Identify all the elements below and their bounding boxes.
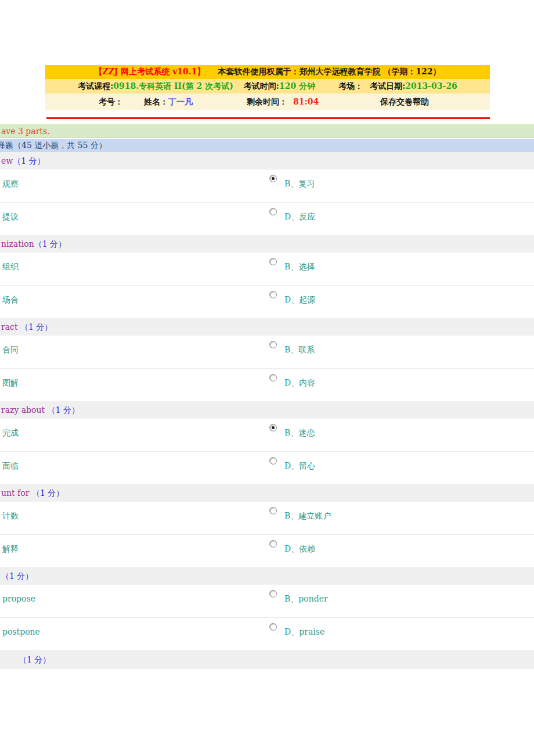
remaining-time-group: 剩余时间：81:04 [247, 93, 319, 110]
option-row: propose B、ponder [0, 585, 534, 617]
option-left-text: 提议 [2, 212, 19, 222]
option-row: 观察 B、复习 [0, 170, 534, 202]
radio-button[interactable] [269, 374, 277, 381]
option-right-label: D、留心 [284, 461, 315, 471]
option-left-text: 面临 [2, 461, 19, 471]
exam-date-label: 考试日期: [370, 81, 405, 91]
name-label: 姓名： [144, 97, 168, 106]
option-right-label: B、建立账户 [284, 511, 331, 521]
option-right-label: B、复习 [284, 179, 315, 189]
question-score: （1 分） [1, 571, 33, 581]
option-right-label: B、选择 [284, 262, 315, 272]
radio-button[interactable] [269, 623, 277, 631]
question-header: （1 分） [0, 650, 534, 669]
option-left-text: 计数 [2, 511, 19, 521]
question-score: （1 分） [20, 322, 52, 332]
header-actions: 保存交卷帮助 [380, 93, 429, 110]
radio-button[interactable] [269, 341, 277, 348]
radio-button[interactable] [269, 540, 277, 548]
radio-button[interactable] [269, 208, 277, 215]
remaining-time-value: 81:04 [293, 97, 319, 106]
submit-paper-button[interactable]: 交卷 [396, 97, 413, 106]
question-block: ew（1 分） 观察 B、复习 提议 D、反应 [0, 152, 534, 235]
radio-button[interactable] [269, 175, 277, 182]
option-left-text: 解释 [2, 544, 19, 555]
question-score: （1 分） [32, 488, 64, 498]
option-right-label: B、迷恋 [284, 428, 315, 438]
header-course-row: 考试课程:0918.专科英语 II(第 2 次考试) 考试时间:120 分钟 考… [45, 79, 490, 93]
radio-button[interactable] [269, 457, 277, 465]
question-block: （1 分） propose B、ponder postpone D、praise [0, 567, 534, 650]
save-button[interactable]: 保存 [380, 97, 396, 106]
option-left-text: propose [2, 594, 35, 603]
question-header: razy about （1 分） [0, 401, 534, 419]
course-label: 考试课程: [78, 81, 113, 91]
option-row: 合同 B、联系 [0, 336, 534, 368]
option-right-label: B、ponder [284, 594, 328, 604]
part-title: 释题（45 道小题，共 55 分） [0, 139, 107, 152]
option-right-label: D、反应 [284, 212, 315, 222]
option-row: 解释 D、依赖 [0, 534, 534, 567]
question-stem: nization [1, 239, 34, 249]
question-block: nization（1 分） 组织 B、选择 场合 D、起源 [0, 235, 534, 318]
option-row: 完成 B、迷恋 [0, 419, 534, 451]
system-title: 【ZZJ 网上考试系统 v10.1】 [94, 67, 205, 77]
exam-number-label: 考号： [99, 93, 123, 110]
option-right-label: D、内容 [284, 378, 315, 388]
question-score: （1 分） [13, 156, 45, 165]
question-block: （1 分） [0, 650, 534, 669]
duration-label: 考试时间: [244, 81, 279, 91]
intro-text: ave 3 parts. [1, 127, 50, 136]
option-left-text: 合同 [2, 345, 19, 355]
option-left-text: 图解 [2, 378, 19, 388]
option-row: postpone D、praise [0, 617, 534, 650]
option-row: 组织 B、选择 [0, 253, 534, 285]
option-right-label: D、praise [284, 627, 324, 638]
question-stem: ew [1, 156, 13, 165]
option-row: 提议 D、反应 [0, 202, 534, 235]
radio-button[interactable] [269, 258, 277, 265]
question-score: （1 分） [19, 655, 50, 664]
exam-date-value: 2013-03-26 [405, 81, 457, 91]
question-header: ract （1 分） [0, 318, 534, 336]
option-left-text: 组织 [2, 262, 19, 272]
question-stem: unt for [1, 488, 32, 498]
radio-button[interactable] [269, 507, 277, 514]
radio-button[interactable] [269, 590, 277, 597]
question-header: （1 分） [0, 567, 534, 585]
exam-intro-bar: ave 3 parts. [0, 124, 534, 138]
question-list: ew（1 分） 观察 B、复习 提议 D、反应 nization（1 分） 组织… [0, 152, 534, 669]
option-right-label: D、起源 [284, 295, 315, 305]
radio-button[interactable] [269, 291, 277, 298]
divider-line [46, 117, 490, 119]
option-left-text: 场合 [2, 295, 19, 305]
option-row: 计数 B、建立账户 [0, 502, 534, 534]
question-score: （1 分） [48, 405, 80, 415]
option-right-label: B、联系 [284, 345, 315, 355]
option-left-text: 完成 [2, 428, 19, 438]
question-block: unt for （1 分） 计数 B、建立账户 解释 D、依赖 [0, 484, 534, 567]
question-score: （1 分） [34, 239, 66, 249]
header-title-row: 【ZZJ 网上考试系统 v10.1】 本套软件使用权属于：郑州大学远程教育学院 … [45, 65, 490, 79]
candidate-name-group: 姓名：丁一凡 [144, 93, 193, 110]
question-header: unt for （1 分） [0, 484, 534, 502]
course-group: 考试课程:0918.专科英语 II(第 2 次考试) [78, 81, 233, 92]
question-header: nization（1 分） [0, 235, 534, 253]
question-stem: ract [1, 322, 20, 332]
option-left-text: 观察 [2, 179, 19, 189]
option-row: 场合 D、起源 [0, 285, 534, 318]
option-left-text: postpone [2, 627, 40, 636]
question-header: ew（1 分） [0, 152, 534, 170]
header-candidate-row: 考号： 姓名：丁一凡 剩余时间：81:04 保存交卷帮助 [45, 93, 490, 110]
question-block: razy about （1 分） 完成 B、迷恋 面临 D、留心 [0, 401, 534, 484]
help-button[interactable]: 帮助 [413, 97, 429, 106]
question-stem: razy about [1, 405, 48, 415]
option-row: 图解 D、内容 [0, 368, 534, 401]
question-block: ract （1 分） 合同 B、联系 图解 D、内容 [0, 318, 534, 401]
course-value: 0918.专科英语 II(第 2 次考试) [113, 81, 233, 91]
radio-button[interactable] [269, 424, 277, 431]
option-right-label: D、依赖 [284, 544, 315, 555]
license-text: 本套软件使用权属于：郑州大学远程教育学院 （学期：122） [218, 67, 441, 77]
duration-group: 考试时间:120 分钟 [244, 81, 315, 92]
option-row: 面临 D、留心 [0, 451, 534, 484]
